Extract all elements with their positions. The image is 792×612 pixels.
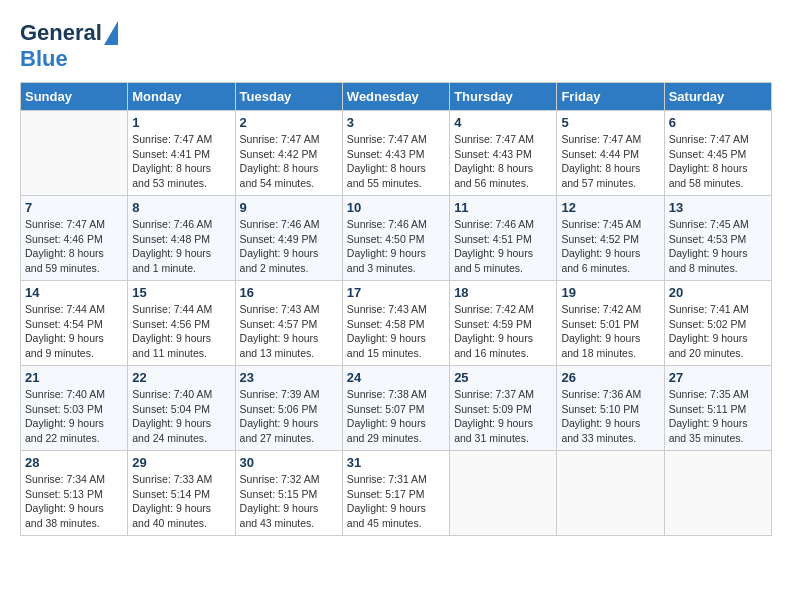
day-number: 26 <box>561 370 659 385</box>
calendar-header-saturday: Saturday <box>664 83 771 111</box>
calendar-cell: 19Sunrise: 7:42 AMSunset: 5:01 PMDayligh… <box>557 281 664 366</box>
day-info: Sunrise: 7:40 AMSunset: 5:04 PMDaylight:… <box>132 387 230 446</box>
calendar-cell <box>664 451 771 536</box>
calendar-header-monday: Monday <box>128 83 235 111</box>
day-info: Sunrise: 7:47 AMSunset: 4:42 PMDaylight:… <box>240 132 338 191</box>
day-number: 2 <box>240 115 338 130</box>
day-info: Sunrise: 7:42 AMSunset: 4:59 PMDaylight:… <box>454 302 552 361</box>
day-number: 1 <box>132 115 230 130</box>
calendar-header-row: SundayMondayTuesdayWednesdayThursdayFrid… <box>21 83 772 111</box>
day-number: 18 <box>454 285 552 300</box>
calendar-cell: 17Sunrise: 7:43 AMSunset: 4:58 PMDayligh… <box>342 281 449 366</box>
day-number: 21 <box>25 370 123 385</box>
day-number: 14 <box>25 285 123 300</box>
day-number: 3 <box>347 115 445 130</box>
day-number: 28 <box>25 455 123 470</box>
day-number: 23 <box>240 370 338 385</box>
day-number: 8 <box>132 200 230 215</box>
day-number: 4 <box>454 115 552 130</box>
calendar-header-sunday: Sunday <box>21 83 128 111</box>
day-info: Sunrise: 7:45 AMSunset: 4:52 PMDaylight:… <box>561 217 659 276</box>
day-number: 16 <box>240 285 338 300</box>
calendar-cell: 1Sunrise: 7:47 AMSunset: 4:41 PMDaylight… <box>128 111 235 196</box>
day-info: Sunrise: 7:44 AMSunset: 4:54 PMDaylight:… <box>25 302 123 361</box>
calendar-cell: 24Sunrise: 7:38 AMSunset: 5:07 PMDayligh… <box>342 366 449 451</box>
calendar-week-row: 14Sunrise: 7:44 AMSunset: 4:54 PMDayligh… <box>21 281 772 366</box>
day-info: Sunrise: 7:46 AMSunset: 4:50 PMDaylight:… <box>347 217 445 276</box>
calendar-cell: 15Sunrise: 7:44 AMSunset: 4:56 PMDayligh… <box>128 281 235 366</box>
day-info: Sunrise: 7:47 AMSunset: 4:43 PMDaylight:… <box>347 132 445 191</box>
day-number: 25 <box>454 370 552 385</box>
day-number: 12 <box>561 200 659 215</box>
day-info: Sunrise: 7:47 AMSunset: 4:45 PMDaylight:… <box>669 132 767 191</box>
day-info: Sunrise: 7:40 AMSunset: 5:03 PMDaylight:… <box>25 387 123 446</box>
day-info: Sunrise: 7:36 AMSunset: 5:10 PMDaylight:… <box>561 387 659 446</box>
day-info: Sunrise: 7:38 AMSunset: 5:07 PMDaylight:… <box>347 387 445 446</box>
calendar-table: SundayMondayTuesdayWednesdayThursdayFrid… <box>20 82 772 536</box>
calendar-cell: 6Sunrise: 7:47 AMSunset: 4:45 PMDaylight… <box>664 111 771 196</box>
logo: General Blue <box>20 20 118 72</box>
calendar-cell: 28Sunrise: 7:34 AMSunset: 5:13 PMDayligh… <box>21 451 128 536</box>
calendar-cell: 5Sunrise: 7:47 AMSunset: 4:44 PMDaylight… <box>557 111 664 196</box>
day-info: Sunrise: 7:47 AMSunset: 4:44 PMDaylight:… <box>561 132 659 191</box>
calendar-cell: 21Sunrise: 7:40 AMSunset: 5:03 PMDayligh… <box>21 366 128 451</box>
calendar-cell: 3Sunrise: 7:47 AMSunset: 4:43 PMDaylight… <box>342 111 449 196</box>
day-info: Sunrise: 7:33 AMSunset: 5:14 PMDaylight:… <box>132 472 230 531</box>
day-info: Sunrise: 7:35 AMSunset: 5:11 PMDaylight:… <box>669 387 767 446</box>
day-info: Sunrise: 7:43 AMSunset: 4:58 PMDaylight:… <box>347 302 445 361</box>
day-info: Sunrise: 7:41 AMSunset: 5:02 PMDaylight:… <box>669 302 767 361</box>
calendar-cell: 2Sunrise: 7:47 AMSunset: 4:42 PMDaylight… <box>235 111 342 196</box>
day-info: Sunrise: 7:44 AMSunset: 4:56 PMDaylight:… <box>132 302 230 361</box>
day-info: Sunrise: 7:47 AMSunset: 4:43 PMDaylight:… <box>454 132 552 191</box>
day-info: Sunrise: 7:31 AMSunset: 5:17 PMDaylight:… <box>347 472 445 531</box>
calendar-cell: 30Sunrise: 7:32 AMSunset: 5:15 PMDayligh… <box>235 451 342 536</box>
day-info: Sunrise: 7:46 AMSunset: 4:49 PMDaylight:… <box>240 217 338 276</box>
page-header: General Blue <box>20 20 772 72</box>
calendar-header-friday: Friday <box>557 83 664 111</box>
day-number: 7 <box>25 200 123 215</box>
logo-general-text: General <box>20 20 102 46</box>
day-number: 11 <box>454 200 552 215</box>
calendar-cell: 29Sunrise: 7:33 AMSunset: 5:14 PMDayligh… <box>128 451 235 536</box>
day-number: 15 <box>132 285 230 300</box>
calendar-cell: 4Sunrise: 7:47 AMSunset: 4:43 PMDaylight… <box>450 111 557 196</box>
calendar-cell: 12Sunrise: 7:45 AMSunset: 4:52 PMDayligh… <box>557 196 664 281</box>
day-info: Sunrise: 7:43 AMSunset: 4:57 PMDaylight:… <box>240 302 338 361</box>
calendar-cell: 18Sunrise: 7:42 AMSunset: 4:59 PMDayligh… <box>450 281 557 366</box>
calendar-cell <box>450 451 557 536</box>
calendar-header-thursday: Thursday <box>450 83 557 111</box>
calendar-cell: 11Sunrise: 7:46 AMSunset: 4:51 PMDayligh… <box>450 196 557 281</box>
calendar-week-row: 1Sunrise: 7:47 AMSunset: 4:41 PMDaylight… <box>21 111 772 196</box>
calendar-header-tuesday: Tuesday <box>235 83 342 111</box>
calendar-week-row: 7Sunrise: 7:47 AMSunset: 4:46 PMDaylight… <box>21 196 772 281</box>
calendar-cell: 13Sunrise: 7:45 AMSunset: 4:53 PMDayligh… <box>664 196 771 281</box>
calendar-cell: 16Sunrise: 7:43 AMSunset: 4:57 PMDayligh… <box>235 281 342 366</box>
day-info: Sunrise: 7:47 AMSunset: 4:46 PMDaylight:… <box>25 217 123 276</box>
calendar-cell: 10Sunrise: 7:46 AMSunset: 4:50 PMDayligh… <box>342 196 449 281</box>
day-info: Sunrise: 7:45 AMSunset: 4:53 PMDaylight:… <box>669 217 767 276</box>
calendar-week-row: 28Sunrise: 7:34 AMSunset: 5:13 PMDayligh… <box>21 451 772 536</box>
day-number: 30 <box>240 455 338 470</box>
calendar-cell <box>557 451 664 536</box>
day-number: 5 <box>561 115 659 130</box>
calendar-cell: 23Sunrise: 7:39 AMSunset: 5:06 PMDayligh… <box>235 366 342 451</box>
calendar-cell: 14Sunrise: 7:44 AMSunset: 4:54 PMDayligh… <box>21 281 128 366</box>
day-number: 29 <box>132 455 230 470</box>
logo-arrow-icon <box>104 21 118 45</box>
calendar-cell: 31Sunrise: 7:31 AMSunset: 5:17 PMDayligh… <box>342 451 449 536</box>
day-number: 27 <box>669 370 767 385</box>
day-info: Sunrise: 7:46 AMSunset: 4:48 PMDaylight:… <box>132 217 230 276</box>
calendar-cell: 25Sunrise: 7:37 AMSunset: 5:09 PMDayligh… <box>450 366 557 451</box>
day-number: 24 <box>347 370 445 385</box>
day-info: Sunrise: 7:47 AMSunset: 4:41 PMDaylight:… <box>132 132 230 191</box>
day-number: 6 <box>669 115 767 130</box>
calendar-header-wednesday: Wednesday <box>342 83 449 111</box>
calendar-cell: 9Sunrise: 7:46 AMSunset: 4:49 PMDaylight… <box>235 196 342 281</box>
calendar-body: 1Sunrise: 7:47 AMSunset: 4:41 PMDaylight… <box>21 111 772 536</box>
logo-blue-text: Blue <box>20 46 68 71</box>
day-number: 13 <box>669 200 767 215</box>
day-info: Sunrise: 7:46 AMSunset: 4:51 PMDaylight:… <box>454 217 552 276</box>
day-info: Sunrise: 7:39 AMSunset: 5:06 PMDaylight:… <box>240 387 338 446</box>
day-number: 19 <box>561 285 659 300</box>
day-number: 20 <box>669 285 767 300</box>
